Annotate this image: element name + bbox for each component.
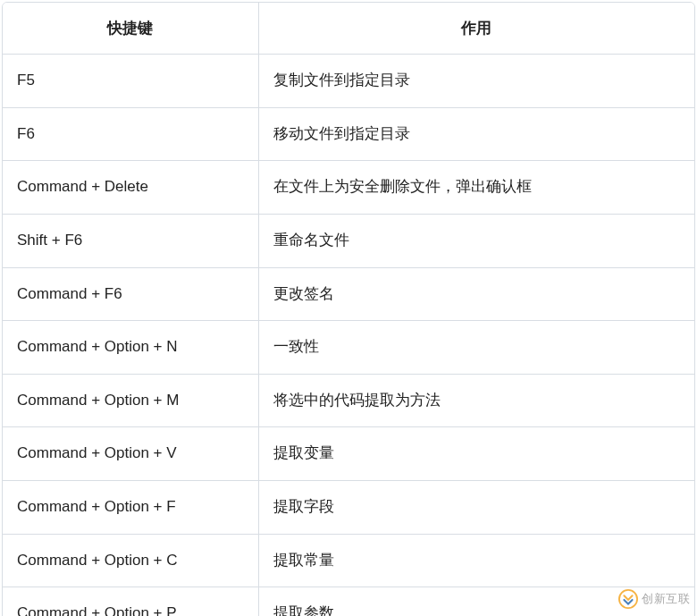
table-row: Shift + F6 重命名文件 bbox=[3, 214, 694, 267]
table-row: Command + Option + P 提取参数 bbox=[3, 587, 694, 616]
table-row: F5 复制文件到指定目录 bbox=[3, 55, 694, 108]
cell-shortcut: Command + Option + P bbox=[3, 587, 258, 616]
watermark: 创新互联 bbox=[618, 589, 690, 609]
header-shortcut: 快捷键 bbox=[3, 3, 258, 55]
table-row: Command + Option + F 提取字段 bbox=[3, 481, 694, 535]
table-header-row: 快捷键 作用 bbox=[3, 3, 694, 55]
shortcuts-table-container: 快捷键 作用 F5 复制文件到指定目录 F6 移动文件到指定目录 Command… bbox=[2, 2, 695, 616]
cell-action: 一致性 bbox=[258, 321, 694, 375]
cell-shortcut: Command + Option + M bbox=[3, 374, 258, 427]
table-row: Command + Option + V 提取变量 bbox=[3, 427, 694, 481]
cell-action: 将选中的代码提取为方法 bbox=[258, 374, 694, 427]
table-row: Command + Option + C 提取常量 bbox=[3, 534, 694, 587]
table-row: Command + Delete 在文件上为安全删除文件，弹出确认框 bbox=[3, 161, 694, 215]
table-row: Command + F6 更改签名 bbox=[3, 267, 694, 321]
cell-action: 提取常量 bbox=[258, 534, 694, 587]
cell-action: 提取字段 bbox=[258, 481, 694, 535]
cell-shortcut: Command + Option + V bbox=[3, 427, 258, 481]
cell-shortcut: Command + Option + N bbox=[3, 321, 258, 375]
cell-action: 提取变量 bbox=[258, 427, 694, 481]
table-row: F6 移动文件到指定目录 bbox=[3, 107, 694, 161]
cell-action: 复制文件到指定目录 bbox=[258, 55, 694, 108]
cell-shortcut: Command + F6 bbox=[3, 267, 258, 321]
cell-shortcut: Command + Option + C bbox=[3, 534, 258, 587]
table-row: Command + Option + M 将选中的代码提取为方法 bbox=[3, 374, 694, 427]
watermark-logo-icon bbox=[618, 589, 638, 609]
cell-action: 更改签名 bbox=[258, 267, 694, 321]
cell-action: 在文件上为安全删除文件，弹出确认框 bbox=[258, 161, 694, 215]
cell-shortcut: Command + Option + F bbox=[3, 481, 258, 535]
shortcuts-table: 快捷键 作用 F5 复制文件到指定目录 F6 移动文件到指定目录 Command… bbox=[3, 3, 694, 616]
cell-shortcut: F6 bbox=[3, 107, 258, 161]
cell-shortcut: Shift + F6 bbox=[3, 214, 258, 267]
table-row: Command + Option + N 一致性 bbox=[3, 321, 694, 375]
cell-shortcut: F5 bbox=[3, 55, 258, 108]
watermark-text: 创新互联 bbox=[642, 591, 690, 607]
cell-action: 移动文件到指定目录 bbox=[258, 107, 694, 161]
cell-shortcut: Command + Delete bbox=[3, 161, 258, 215]
cell-action: 重命名文件 bbox=[258, 214, 694, 267]
header-action: 作用 bbox=[258, 3, 694, 55]
